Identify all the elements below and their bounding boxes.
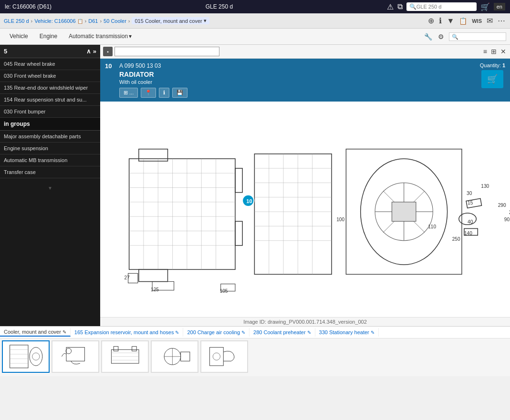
breadcrumb-vehicle[interactable]: Vehicle: C166006 📋 (34, 18, 83, 24)
filter-button[interactable]: ▼ (446, 16, 455, 26)
info-button[interactable]: ℹ (438, 15, 443, 26)
label-290: 290 (498, 203, 506, 208)
sidebar-item-engine-suspension[interactable]: Engine suspension (0, 143, 100, 154)
view-icon[interactable]: ▪ (103, 47, 113, 56)
quantity-text: Quantity: (480, 62, 501, 68)
breadcrumb-cooler[interactable]: 50 Cooler (104, 18, 126, 24)
sidebar-item-030-front-wheel-brake[interactable]: 030 Front wheel brake (0, 70, 100, 82)
thumb-label-stationary-heater[interactable]: 330 Stationary heater ✎ (315, 328, 379, 337)
sidebar-item-label: 030 Front bumper (4, 109, 45, 114)
thumb-edit-icon-1[interactable]: ✎ (62, 329, 66, 335)
thumb-label-charge-air[interactable]: 200 Charge air cooling ✎ (183, 328, 250, 337)
thumbnail-5-stationary-heater[interactable] (200, 340, 248, 373)
svg-rect-59 (180, 352, 189, 361)
tab-engine[interactable]: Engine (34, 30, 63, 43)
thumb-edit-icon-3[interactable]: ✎ (241, 330, 245, 335)
part-number-label: A 099 500 13 03 (119, 62, 475, 69)
sidebar-expand-icon[interactable]: » (93, 48, 96, 55)
add-to-cart-button[interactable]: 🛒 (481, 70, 503, 88)
sidebar: 5 ∧ » 045 Rear wheel brake 030 Front whe… (0, 45, 100, 326)
thumbnail-2-svg (55, 343, 96, 370)
diagram-svg: 10 280 290 901 130 30 250 110 100 15 40 … (100, 102, 510, 317)
more-button[interactable]: ⋯ (497, 15, 506, 26)
tab-icon-wrench[interactable]: 🔧 (423, 32, 433, 41)
sidebar-item-label: Engine suspension (4, 145, 48, 151)
zoom-in-button[interactable]: ⊕ (427, 15, 435, 26)
breadcrumb-sep4: › (128, 18, 130, 24)
model-search-input[interactable] (416, 4, 474, 10)
mail-button[interactable]: ✉ (486, 15, 494, 26)
thumbnail-5-svg (204, 343, 245, 370)
top-bar: le: C166006 (D61) GLE 250 d ⚠ ⧉ 🔍 🛒 en (0, 0, 510, 13)
breadcrumb: GLE 250 d › Vehicle: C166006 📋 › D61 › 5… (4, 17, 209, 24)
tab-bar: Vehicle Engine Automatic transmission ▾ … (0, 29, 510, 45)
quantity-box: Quantity: 1 🛒 (480, 62, 505, 88)
tab-vehicle-label: Vehicle (10, 33, 28, 40)
svg-rect-57 (132, 347, 136, 351)
quantity-label: Quantity: 1 (480, 62, 505, 68)
thumb-label-cooler[interactable]: Cooler, mount and cover ✎ (0, 328, 71, 337)
thumb-edit-icon-2[interactable]: ✎ (175, 330, 179, 335)
thumbnail-3-svg (104, 343, 146, 370)
diagram-area: 10 280 290 901 130 30 250 110 100 15 40 … (100, 102, 510, 317)
sidebar-item-135-rear-door-wiper[interactable]: 135 Rear-end door windshield wiper (0, 82, 100, 94)
breadcrumb-current[interactable]: 015 Cooler, mount and cover ▾ (132, 17, 209, 24)
thumbnails-row (0, 338, 510, 375)
sidebar-item-label: Automatic MB transmission (4, 157, 67, 163)
tab-auto-transmission[interactable]: Automatic transmission ▾ (63, 30, 137, 43)
part-info-button[interactable]: ℹ (159, 88, 169, 98)
sidebar-item-154-rear-suspension[interactable]: 154 Rear suspension strut and su... (0, 94, 100, 106)
tab-search-input[interactable] (449, 32, 506, 41)
part-10-label: 10 (246, 198, 252, 204)
breadcrumb-bar: GLE 250 d › Vehicle: C166006 📋 › D61 › 5… (0, 13, 510, 29)
split-view-button[interactable]: ⊞ (490, 47, 498, 56)
cart-icon[interactable]: 🛒 (480, 2, 490, 11)
sidebar-scroll-indicator: ▼ (0, 178, 100, 197)
breadcrumb-gle[interactable]: GLE 250 d (4, 18, 29, 24)
sidebar-item-major-assembly[interactable]: Major assembly detachable parts (0, 131, 100, 143)
copy-icon[interactable]: ⧉ (397, 2, 403, 11)
thumbnail-1-cooler[interactable] (2, 340, 50, 373)
thumbnail-2-expansion[interactable] (52, 340, 99, 373)
top-bar-right: ⚠ ⧉ 🔍 🛒 en (387, 2, 505, 11)
thumbnail-4-coolant-preheater[interactable] (151, 340, 198, 373)
close-view-button[interactable]: ✕ (500, 47, 507, 56)
view-icon-symbol: ▪ (107, 49, 109, 54)
language-button[interactable]: en (494, 3, 505, 10)
thumbnail-3-charge-air[interactable] (101, 340, 149, 373)
part-row-number: 10 (105, 62, 114, 70)
thumbnail-labels: Cooler, mount and cover ✎ 165 Expansion … (0, 327, 510, 338)
thumb-edit-icon-5[interactable]: ✎ (371, 330, 375, 335)
thumb-label-coolant-preheater[interactable]: 280 Coolant preheater ✎ (250, 328, 315, 337)
thumb-label-coolant-preheater-text: 280 Coolant preheater (253, 329, 305, 335)
tab-icon-motorcycle[interactable]: ⚙ (437, 32, 445, 41)
part-pin-button[interactable]: 📍 (141, 88, 156, 98)
document-button[interactable]: 📋 (458, 16, 468, 26)
thumb-label-expansion[interactable]: 165 Expansion reservoir, mount and hoses… (71, 328, 184, 337)
warning-icon: ⚠ (387, 2, 394, 11)
sidebar-section-label: in groups (4, 121, 30, 127)
thumb-label-cooler-text: Cooler, mount and cover (4, 329, 61, 335)
label-15: 15 (468, 200, 473, 205)
svg-rect-43 (10, 345, 28, 368)
breadcrumb-dropdown-icon: ▾ (204, 18, 207, 24)
vehicle-id-label: le: C166006 (D61) (5, 3, 52, 10)
thumb-edit-icon-4[interactable]: ✎ (307, 330, 311, 335)
part-name-label: RADIATOR (119, 71, 475, 78)
sidebar-item-030-front-bumper[interactable]: 030 Front bumper (0, 106, 100, 118)
sidebar-collapse-icon[interactable]: ∧ (86, 48, 91, 55)
sidebar-item-transfer-case[interactable]: Transfer case (0, 166, 100, 178)
part-save-button[interactable]: 💾 (172, 88, 187, 98)
svg-point-48 (30, 348, 42, 366)
sidebar-item-045-rear-wheel-brake[interactable]: 045 Rear wheel brake (0, 58, 100, 70)
part-table-button[interactable]: ⊞ ... (119, 88, 138, 98)
model-label: GLE 250 d (206, 3, 233, 10)
list-view-button[interactable]: ≡ (482, 47, 488, 56)
tab-vehicle[interactable]: Vehicle (4, 30, 34, 43)
center-right-panel: ▪ ≡ ⊞ ✕ 10 A 099 500 13 03 RADIATOR With… (100, 45, 510, 326)
sidebar-item-auto-mb-transmission[interactable]: Automatic MB transmission (0, 154, 100, 166)
image-id-bar: Image ID: drawing_PV000.001.714.348_vers… (100, 317, 510, 326)
wis-button[interactable]: WIS (471, 17, 483, 25)
breadcrumb-d61[interactable]: D61 (88, 18, 98, 24)
part-number-input[interactable] (114, 47, 219, 56)
